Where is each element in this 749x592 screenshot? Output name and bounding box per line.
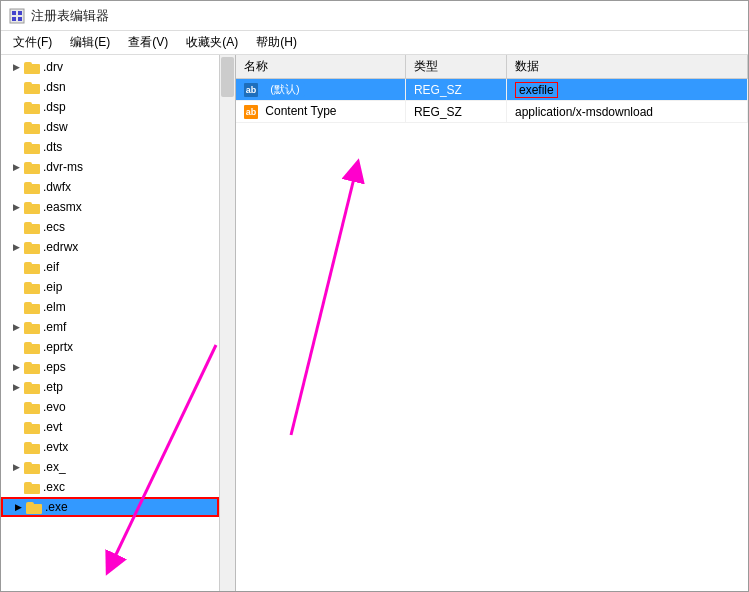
col-header-name: 名称 xyxy=(236,55,405,79)
tree-item-etp[interactable]: ▶ .etp xyxy=(1,377,219,397)
table-row-content-type[interactable]: ab Content Type REG_SZ application/x-msd… xyxy=(236,101,748,123)
folder-icon-dts xyxy=(24,140,40,154)
cell-type-content-type: REG_SZ xyxy=(405,101,506,123)
expander-dts: ▶ xyxy=(9,140,23,154)
tree-item-drv[interactable]: ▶ .drv xyxy=(1,57,219,77)
exefile-value: exefile xyxy=(515,82,558,98)
tree-item-dwfx[interactable]: ▶ .dwfx xyxy=(1,177,219,197)
expander-etp[interactable]: ▶ xyxy=(9,380,23,394)
menu-bar: 文件(F) 编辑(E) 查看(V) 收藏夹(A) 帮助(H) xyxy=(1,31,748,55)
folder-icon-drv xyxy=(24,60,40,74)
folder-icon-dwfx xyxy=(24,180,40,194)
tree-scrollbar[interactable] xyxy=(219,55,235,591)
menu-favorites[interactable]: 收藏夹(A) xyxy=(178,32,246,53)
expander-exc: ▶ xyxy=(9,480,23,494)
folder-icon-dsw xyxy=(24,120,40,134)
registry-table: 名称 类型 数据 ab (默认) REG_SZ exefile xyxy=(236,55,748,123)
col-header-data: 数据 xyxy=(506,55,747,79)
folder-icon-exe xyxy=(26,500,42,514)
tree-item-eip[interactable]: ▶ .eip xyxy=(1,277,219,297)
tree-item-edrwx[interactable]: ▶ .edrwx xyxy=(1,237,219,257)
expander-evtx: ▶ xyxy=(9,440,23,454)
expander-dsp: ▶ xyxy=(9,100,23,114)
cell-data-content-type: application/x-msdownload xyxy=(506,101,747,123)
window-title: 注册表编辑器 xyxy=(31,7,109,25)
folder-icon-elm xyxy=(24,300,40,314)
folder-icon-evo xyxy=(24,400,40,414)
folder-icon-evtx xyxy=(24,440,40,454)
tree-item-easmx[interactable]: ▶ .easmx xyxy=(1,197,219,217)
folder-icon-dsn xyxy=(24,80,40,94)
tree-item-evt[interactable]: ▶ .evt xyxy=(1,417,219,437)
menu-view[interactable]: 查看(V) xyxy=(120,32,176,53)
expander-eif: ▶ xyxy=(9,260,23,274)
expander-elm: ▶ xyxy=(9,300,23,314)
expander-emf[interactable]: ▶ xyxy=(9,320,23,334)
folder-icon-edrwx xyxy=(24,240,40,254)
expander-ecs: ▶ xyxy=(9,220,23,234)
menu-edit[interactable]: 编辑(E) xyxy=(62,32,118,53)
ab-icon-content-type: ab xyxy=(244,105,258,119)
folder-icon-emf xyxy=(24,320,40,334)
tree-item-dsp[interactable]: ▶ .dsp xyxy=(1,97,219,117)
expander-dvr-ms[interactable]: ▶ xyxy=(9,160,23,174)
tree-item-exe[interactable]: ▶ .exe xyxy=(1,497,219,517)
col-header-type: 类型 xyxy=(405,55,506,79)
cell-data-default: exefile xyxy=(506,79,747,101)
expander-eip: ▶ xyxy=(9,280,23,294)
tree-item-ecs[interactable]: ▶ .ecs xyxy=(1,217,219,237)
folder-icon-exc xyxy=(24,480,40,494)
menu-help[interactable]: 帮助(H) xyxy=(248,32,305,53)
folder-icon-eif xyxy=(24,260,40,274)
tree-item-elm[interactable]: ▶ .elm xyxy=(1,297,219,317)
svg-rect-1 xyxy=(12,11,16,15)
tree-item-eps[interactable]: ▶ .eps xyxy=(1,357,219,377)
folder-icon-eip xyxy=(24,280,40,294)
default-badge: (默认) xyxy=(265,82,304,97)
tree-item-eprtx[interactable]: ▶ .eprtx xyxy=(1,337,219,357)
expander-exe[interactable]: ▶ xyxy=(11,500,25,514)
folder-icon-ex_ xyxy=(24,460,40,474)
tree-item-dts[interactable]: ▶ .dts xyxy=(1,137,219,157)
menu-file[interactable]: 文件(F) xyxy=(5,32,60,53)
folder-icon-ecs xyxy=(24,220,40,234)
expander-edrwx[interactable]: ▶ xyxy=(9,240,23,254)
tree-scroll-thumb[interactable] xyxy=(221,57,234,97)
expander-drv[interactable]: ▶ xyxy=(9,60,23,74)
tree-item-ex_[interactable]: ▶ .ex_ xyxy=(1,457,219,477)
tree-item-dvr-ms[interactable]: ▶ .dvr-ms xyxy=(1,157,219,177)
folder-icon-easmx xyxy=(24,200,40,214)
svg-rect-4 xyxy=(18,17,22,21)
folder-icon-evt xyxy=(24,420,40,434)
main-area: ▶ .drv ▶ .dsn ▶ .dsp ▶ .dsw xyxy=(1,55,748,591)
expander-evt: ▶ xyxy=(9,420,23,434)
expander-dsw: ▶ xyxy=(9,120,23,134)
content-type-label: Content Type xyxy=(265,104,336,118)
svg-rect-2 xyxy=(18,11,22,15)
regedit-icon xyxy=(9,8,25,24)
table-header-row: 名称 类型 数据 xyxy=(236,55,748,79)
table-row-default[interactable]: ab (默认) REG_SZ exefile xyxy=(236,79,748,101)
cell-name-content-type: ab Content Type xyxy=(236,101,405,123)
folder-icon-dsp xyxy=(24,100,40,114)
tree-item-exc[interactable]: ▶ .exc xyxy=(1,477,219,497)
svg-rect-3 xyxy=(12,17,16,21)
folder-icon-dvr-ms xyxy=(24,160,40,174)
tree-item-emf[interactable]: ▶ .emf xyxy=(1,317,219,337)
expander-easmx[interactable]: ▶ xyxy=(9,200,23,214)
folder-icon-eprtx xyxy=(24,340,40,354)
folder-icon-etp xyxy=(24,380,40,394)
cell-type-default: REG_SZ xyxy=(405,79,506,101)
tree-item-evo[interactable]: ▶ .evo xyxy=(1,397,219,417)
cell-name-default: ab (默认) xyxy=(236,79,405,101)
tree-item-eif[interactable]: ▶ .eif xyxy=(1,257,219,277)
expander-ex_[interactable]: ▶ xyxy=(9,460,23,474)
tree-item-dsw[interactable]: ▶ .dsw xyxy=(1,117,219,137)
expander-dwfx: ▶ xyxy=(9,180,23,194)
tree-item-evtx[interactable]: ▶ .evtx xyxy=(1,437,219,457)
folder-icon-eps xyxy=(24,360,40,374)
title-bar: 注册表编辑器 xyxy=(1,1,748,31)
ab-icon-default: ab xyxy=(244,83,258,97)
expander-eps[interactable]: ▶ xyxy=(9,360,23,374)
tree-item-dsn[interactable]: ▶ .dsn xyxy=(1,77,219,97)
